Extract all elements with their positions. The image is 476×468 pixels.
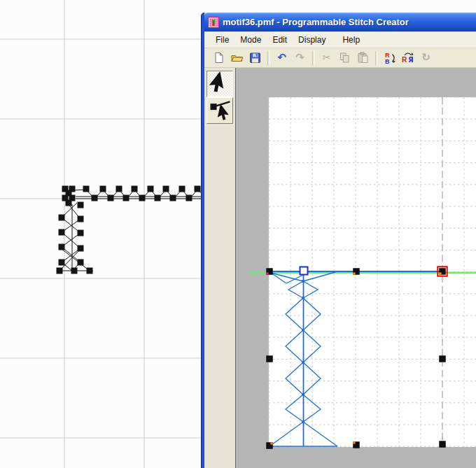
motif-stitch-point: [66, 200, 72, 206]
motif-stitch-point: [59, 244, 65, 250]
svg-text:Я: Я: [408, 56, 414, 64]
motif-stitch-point: [116, 186, 122, 192]
toolbar: ↶↷✂RBRЯ↻: [204, 48, 476, 68]
menu-edit[interactable]: Edit: [267, 33, 293, 47]
motif-stitch-point: [57, 268, 63, 274]
open-button[interactable]: [229, 50, 245, 66]
handle-accent: [266, 272, 268, 274]
rotate-button: ↻: [418, 50, 434, 66]
select-tool[interactable]: [206, 71, 233, 97]
client-area: [204, 68, 476, 468]
motif-stitch-point: [78, 260, 84, 266]
stitch-node-dot[interactable]: [302, 329, 304, 332]
save-button[interactable]: [247, 50, 263, 66]
psc-window: motif36.pmf - Programmable Stitch Creato…: [202, 13, 476, 468]
cut-icon: ✂: [323, 51, 331, 64]
copy-button: [337, 50, 353, 66]
mirror-horizontal-icon: RЯ: [401, 51, 414, 64]
motif-stitch-point: [139, 195, 146, 201]
stitch-node-dot[interactable]: [302, 297, 304, 299]
handle-mid-right[interactable]: [439, 355, 446, 362]
motif-stitch-point: [123, 195, 130, 201]
open-folder-icon: [230, 51, 244, 64]
motif-stitch-point: [195, 186, 201, 192]
cursor-arrow-icon: [207, 71, 232, 97]
toolbar-separator: [312, 51, 315, 65]
stitch-node-dot[interactable]: [302, 420, 304, 423]
save-icon: [248, 51, 262, 64]
motif-stitch-point: [59, 215, 65, 221]
stitch-creator-app-icon: [208, 17, 219, 28]
svg-text:B: B: [385, 58, 390, 64]
menu-file[interactable]: File: [210, 33, 234, 47]
toolbar-separator: [267, 51, 270, 65]
redo-button: ↷: [292, 50, 308, 66]
motif-stitch-point: [59, 229, 65, 236]
motif-stitch-point: [78, 202, 84, 208]
motif-stitch-point: [78, 230, 84, 236]
undo-button[interactable]: ↶: [274, 50, 290, 66]
motif-stitch-point: [59, 260, 65, 266]
mirror-horizontal-button[interactable]: RЯ: [400, 50, 416, 66]
motif-stitch-point: [78, 246, 84, 252]
paste-button: [355, 50, 371, 66]
stitch-edit-canvas[interactable]: [237, 68, 476, 468]
stitch-node-dot[interactable]: [302, 393, 304, 396]
menu-display[interactable]: Display: [293, 33, 331, 47]
undo-icon: ↶: [277, 51, 286, 64]
motif-stitch-point: [148, 186, 154, 192]
motif-stitch-point: [92, 195, 98, 201]
toolbar-separator: [375, 51, 378, 65]
canvas-viewport[interactable]: [237, 68, 476, 468]
handle-accent: [439, 272, 441, 274]
motif-stitch-point: [132, 186, 138, 192]
handle-accent: [353, 441, 355, 444]
motif-stitch-point: [78, 216, 84, 222]
cut-button: ✂: [318, 50, 335, 66]
menu-mode[interactable]: Mode: [234, 33, 267, 47]
edit-point-icon: [207, 98, 232, 123]
motif-stitch-point: [186, 195, 192, 201]
handle-bottom-right[interactable]: [439, 441, 446, 448]
selected-node-square[interactable]: [300, 267, 308, 275]
motif-stitch-point: [170, 195, 176, 201]
motif-stitch-point: [71, 268, 78, 274]
window-title: motif36.pmf - Programmable Stitch Creato…: [223, 17, 409, 27]
paste-icon: [356, 51, 370, 64]
rotate-icon: ↻: [421, 51, 430, 64]
motif-stitch-point: [155, 195, 161, 201]
menu-help[interactable]: Help: [337, 33, 365, 47]
screen: motif36.pmf - Programmable Stitch Creato…: [0, 0, 476, 468]
handle-accent: [270, 442, 272, 444]
edit-point-tool[interactable]: [206, 97, 233, 124]
motif-stitch-point: [108, 195, 114, 201]
stitch-node-dot[interactable]: [302, 280, 304, 283]
mirror-vertical-button[interactable]: RB: [382, 50, 398, 66]
menu-bar: File Mode Edit Display Help: [204, 31, 476, 48]
motif-stitch-point: [83, 186, 90, 192]
new-document-icon: [212, 51, 225, 64]
svg-text:R: R: [402, 56, 407, 64]
motif-stitch-point: [179, 186, 186, 192]
handle-mid-left[interactable]: [266, 355, 273, 362]
motif-stitch-point: [87, 268, 93, 274]
title-bar[interactable]: motif36.pmf - Programmable Stitch Creato…: [204, 13, 476, 31]
mirror-vertical-icon: RB: [383, 51, 396, 64]
redo-icon: ↷: [295, 51, 304, 64]
copy-icon: [338, 51, 351, 64]
new-button[interactable]: [211, 50, 227, 66]
motif-stitch-point: [100, 186, 106, 192]
motif-stitch-point: [163, 186, 169, 192]
handle-accent: [353, 272, 355, 274]
stitch-node-dot[interactable]: [302, 361, 304, 364]
tool-palette: [204, 68, 237, 468]
